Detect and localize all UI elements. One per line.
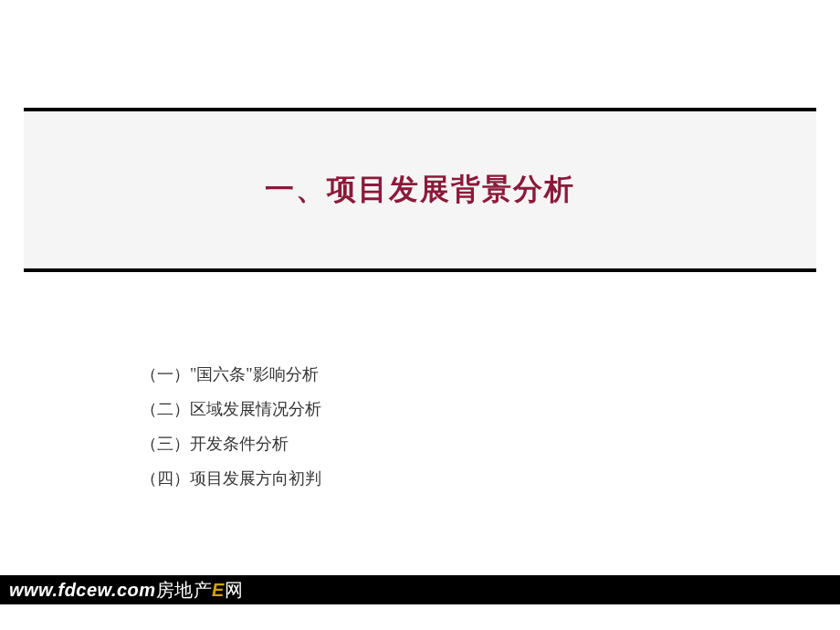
list-item: （二）区域发展情况分析 — [141, 393, 321, 425]
list-item: （一）"国六条"影响分析 — [141, 358, 321, 391]
list-item: （三）开发条件分析 — [141, 427, 321, 460]
footer-label-1: 房地产 — [156, 580, 213, 600]
footer-url: www.fdcew.com — [9, 580, 156, 600]
footer-label-2: 网 — [225, 580, 244, 600]
footer-highlight: E — [212, 580, 225, 600]
list-item: （四）项目发展方向初判 — [141, 462, 321, 495]
footer-text: www.fdcew.com房地产E网 — [9, 578, 243, 603]
title-section: 一、项目发展背景分析 — [24, 108, 816, 272]
page-title: 一、项目发展背景分析 — [265, 170, 575, 210]
footer-bar: www.fdcew.com房地产E网 — [0, 575, 840, 604]
content-list: （一）"国六条"影响分析 （二）区域发展情况分析 （三）开发条件分析 （四）项目… — [141, 358, 321, 497]
